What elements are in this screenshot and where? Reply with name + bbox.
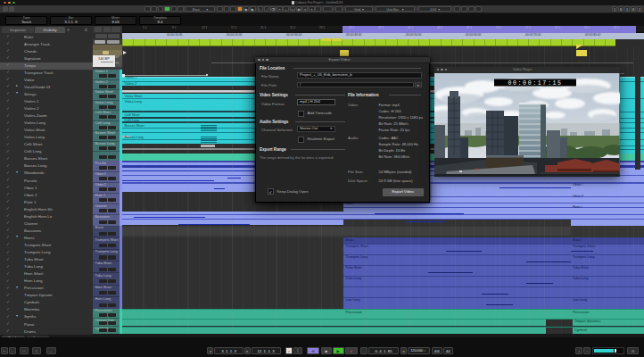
svg-text:00:00:17:15: 00:00:17:15: [508, 79, 562, 86]
